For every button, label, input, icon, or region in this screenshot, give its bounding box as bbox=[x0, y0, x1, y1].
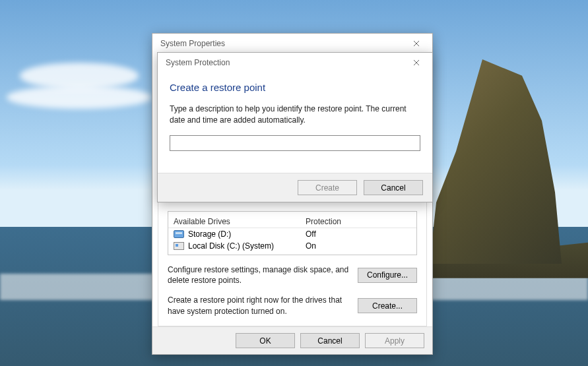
local-disk-icon bbox=[174, 242, 184, 250]
wallpaper-cloud bbox=[7, 86, 152, 109]
drives-list: Available Drives Protection Storage (D:)… bbox=[168, 211, 417, 255]
titlebar[interactable]: System Protection bbox=[158, 53, 432, 73]
drive-row[interactable]: Local Disk (C:) (System)On bbox=[168, 240, 416, 252]
drive-name-cell: Storage (D:) bbox=[174, 229, 306, 239]
drive-name: Storage (D:) bbox=[188, 229, 231, 239]
drives-header: Available Drives Protection bbox=[168, 216, 416, 228]
dialog-button-bar: Create Cancel bbox=[158, 173, 432, 202]
col-header-drives: Available Drives bbox=[174, 217, 306, 226]
close-button[interactable] bbox=[403, 53, 430, 72]
configure-section: Configure restore settings, manage disk … bbox=[168, 264, 417, 286]
window-title: System Protection bbox=[166, 58, 230, 67]
drive-protection-status: On bbox=[306, 241, 411, 251]
create-section: Create a restore point right now for the… bbox=[168, 295, 417, 316]
titlebar[interactable]: System Properties bbox=[152, 34, 432, 53]
ok-button[interactable]: OK bbox=[236, 333, 295, 348]
hard-drive-icon bbox=[174, 230, 184, 238]
create-button[interactable]: Create... bbox=[358, 298, 417, 313]
close-button[interactable] bbox=[403, 34, 430, 53]
window-title: System Properties bbox=[160, 39, 225, 48]
apply-button: Apply bbox=[365, 333, 424, 348]
system-protection-dialog: System Protection Create a restore point… bbox=[157, 52, 433, 202]
dialog-description: Type a description to help you identify … bbox=[170, 104, 420, 126]
dialog-body: Create a restore point Type a descriptio… bbox=[158, 73, 432, 158]
col-header-protection: Protection bbox=[306, 217, 411, 226]
create-description: Create a restore point right now for the… bbox=[168, 295, 350, 316]
cancel-button[interactable]: Cancel bbox=[364, 180, 423, 195]
close-icon bbox=[413, 40, 420, 47]
cancel-button[interactable]: Cancel bbox=[300, 333, 360, 348]
create-button[interactable]: Create bbox=[298, 180, 357, 195]
drive-name: Local Disk (C:) (System) bbox=[188, 241, 274, 251]
drive-protection-status: Off bbox=[306, 229, 411, 239]
configure-button[interactable]: Configure... bbox=[358, 268, 417, 283]
close-icon bbox=[413, 59, 420, 66]
drive-name-cell: Local Disk (C:) (System) bbox=[174, 241, 306, 251]
configure-description: Configure restore settings, manage disk … bbox=[168, 264, 350, 286]
drive-row[interactable]: Storage (D:)Off bbox=[168, 228, 416, 240]
dialog-button-bar: OK Cancel Apply bbox=[152, 326, 432, 354]
dialog-heading: Create a restore point bbox=[170, 82, 420, 93]
restore-point-description-input[interactable] bbox=[170, 135, 420, 151]
wallpaper-cloud bbox=[20, 63, 139, 89]
